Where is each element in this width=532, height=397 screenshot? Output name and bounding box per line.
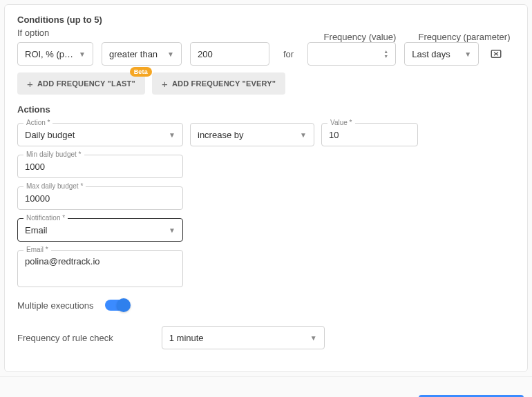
notification-select[interactable]: Notification * Email ▼	[17, 218, 183, 242]
frequency-check-value: 1 minute	[169, 333, 306, 343]
email-row: Email * polina@redtrack.io	[17, 250, 515, 287]
for-label: for	[283, 49, 294, 59]
max-budget-value: 10000	[25, 193, 175, 204]
min-budget-float-label: Min daily budget *	[23, 151, 84, 158]
rule-panel: Conditions (up to 5) If option Frequency…	[4, 4, 528, 372]
frequency-check-row: Frequency of rule check 1 minute ▼	[17, 326, 515, 349]
operator-select[interactable]: greater than ▼	[102, 42, 182, 66]
action-value-input[interactable]: Value * 10	[321, 123, 418, 146]
stepper-icon[interactable]: ▲▼	[383, 49, 388, 59]
add-frequency-every-label: ADD FREQUENCY "EVERY"	[172, 79, 276, 88]
frequency-parameter-select[interactable]: Last days ▼	[404, 42, 479, 66]
email-input[interactable]: Email * polina@redtrack.io	[17, 250, 183, 287]
if-option-label: If option	[17, 28, 49, 38]
plus-icon: +	[162, 78, 168, 90]
multiple-executions-row: Multiple executions	[17, 300, 515, 311]
add-frequency-last-label: ADD FREQUENCY "LAST"	[37, 79, 135, 88]
actions-title: Actions	[17, 104, 515, 115]
frequency-value-label: Frequency (value)	[316, 32, 404, 42]
operator-value: greater than	[109, 49, 163, 59]
condition-value: 200	[198, 49, 262, 59]
add-frequency-last-button[interactable]: + ADD FREQUENCY "LAST" Beta	[17, 72, 145, 95]
delete-condition-icon[interactable]	[490, 48, 502, 60]
condition-row: ROI, % (prof… ▼ greater than ▼ 200 for ▲…	[17, 42, 515, 66]
min-budget-value: 1000	[25, 162, 175, 172]
metric-value: ROI, % (prof…	[25, 49, 75, 59]
chevron-down-icon: ▼	[169, 226, 175, 234]
min-budget-row: Min daily budget * 1000	[17, 155, 515, 178]
notification-float-label: Notification *	[23, 214, 68, 222]
action-select[interactable]: Action * Daily budget ▼	[17, 123, 183, 146]
chevron-down-icon: ▼	[79, 50, 86, 58]
conditions-header-row: If option Frequency (value) Frequency (p…	[17, 28, 515, 42]
chevron-down-icon: ▼	[464, 50, 471, 58]
plus-icon: +	[27, 78, 33, 90]
frequency-parameter-label: Frequency (parameter)	[414, 32, 515, 42]
frequency-check-select[interactable]: 1 minute ▼	[162, 326, 325, 349]
notification-row: Notification * Email ▼	[17, 218, 515, 242]
beta-badge: Beta	[130, 67, 152, 77]
max-budget-float-label: Max daily budget *	[23, 182, 86, 190]
value-float-label: Value *	[327, 119, 355, 126]
action-value: Daily budget	[25, 130, 164, 140]
add-frequency-every-button[interactable]: + ADD FREQUENCY "EVERY"	[152, 72, 285, 95]
max-budget-row: Max daily budget * 10000	[17, 186, 515, 210]
multiple-executions-toggle[interactable]	[105, 300, 129, 311]
chevron-down-icon: ▼	[300, 131, 307, 139]
metric-select[interactable]: ROI, % (prof… ▼	[17, 42, 93, 66]
action-value-text: 10	[329, 130, 410, 140]
chevron-down-icon: ▼	[167, 50, 174, 58]
change-type-value: increase by	[198, 130, 296, 140]
action-float-label: Action *	[23, 119, 53, 126]
frequency-check-label: Frequency of rule check	[17, 333, 113, 343]
multiple-executions-label: Multiple executions	[17, 300, 94, 311]
condition-value-input[interactable]: 200	[190, 42, 269, 66]
add-frequency-buttons: + ADD FREQUENCY "LAST" Beta + ADD FREQUE…	[17, 72, 515, 95]
frequency-value-input[interactable]: ▲▼	[307, 42, 396, 66]
email-float-label: Email *	[23, 246, 51, 253]
change-type-select[interactable]: increase by ▼	[190, 123, 314, 146]
action-row: Action * Daily budget ▼ increase by ▼ Va…	[17, 123, 515, 146]
footer-divider: SAVE AND ACTIVATE	[0, 376, 532, 397]
conditions-title: Conditions (up to 5)	[17, 14, 515, 25]
chevron-down-icon: ▼	[310, 334, 317, 342]
frequency-header-group: Frequency (value) Frequency (parameter)	[316, 32, 515, 42]
chevron-down-icon: ▼	[169, 131, 175, 139]
min-daily-budget-input[interactable]: Min daily budget * 1000	[17, 155, 183, 178]
frequency-parameter-value: Last days	[412, 49, 460, 59]
footer: SAVE AND ACTIVATE	[0, 389, 532, 397]
email-value: polina@redtrack.io	[25, 256, 100, 267]
notification-value: Email	[25, 225, 164, 235]
max-daily-budget-input[interactable]: Max daily budget * 10000	[17, 186, 183, 210]
